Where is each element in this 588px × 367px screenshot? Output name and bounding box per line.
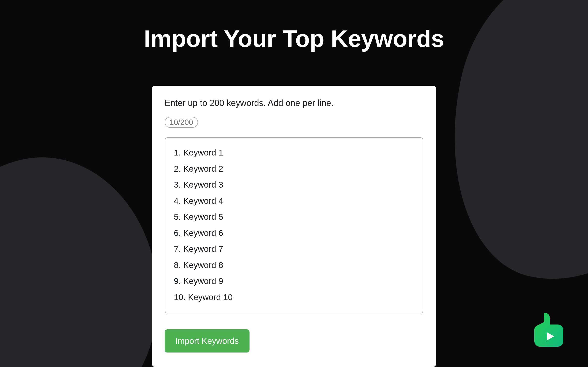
list-item: 5. Keyword 5: [174, 209, 414, 225]
keyword-input-area[interactable]: 1. Keyword 1 2. Keyword 2 3. Keyword 3 4…: [165, 137, 423, 313]
decorative-blob-left: [0, 143, 174, 367]
list-item: 3. Keyword 3: [174, 177, 414, 193]
list-item: 4. Keyword 4: [174, 193, 414, 209]
brand-logo-icon: [534, 313, 563, 347]
list-item: 6. Keyword 6: [174, 225, 414, 241]
list-item: 10. Keyword 10: [174, 289, 414, 305]
keyword-count-badge: 10/200: [165, 117, 198, 128]
list-item: 2. Keyword 2: [174, 161, 414, 177]
import-keywords-button[interactable]: Import Keywords: [165, 329, 250, 352]
instructions-text: Enter up to 200 keywords. Add one per li…: [165, 98, 423, 108]
list-item: 9. Keyword 9: [174, 273, 414, 289]
list-item: 8. Keyword 8: [174, 257, 414, 273]
list-item: 1. Keyword 1: [174, 145, 414, 161]
page-title: Import Your Top Keywords: [0, 0, 588, 52]
keyword-list: 1. Keyword 1 2. Keyword 2 3. Keyword 3 4…: [174, 145, 414, 305]
import-keywords-card: Enter up to 200 keywords. Add one per li…: [152, 86, 436, 367]
list-item: 7. Keyword 7: [174, 241, 414, 257]
